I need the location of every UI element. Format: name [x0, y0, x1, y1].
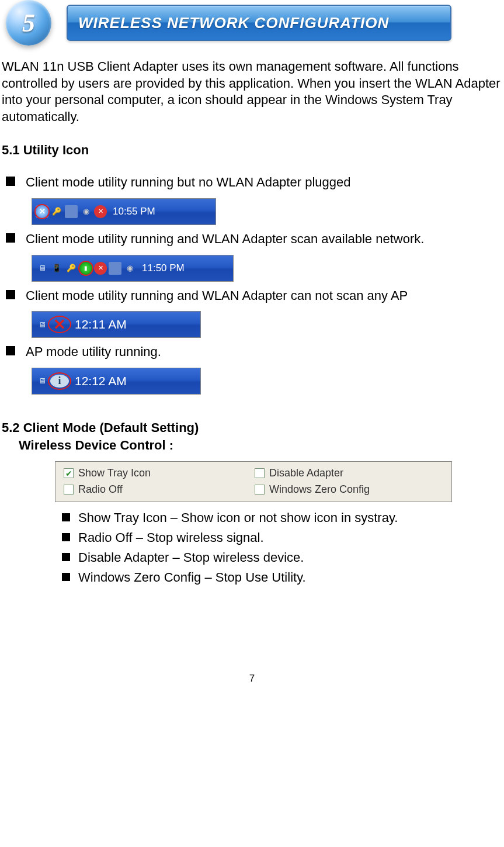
list-item: Client mode utility running and WLAN Ada…: [6, 288, 504, 305]
bullet-icon: [62, 513, 70, 521]
chapter-title-bar: WIRELESS NETWORK CONFIGURATION: [67, 5, 451, 41]
show-tray-icon-row: ✔ Show Tray Icon: [64, 465, 255, 482]
monitor-icon: 🖥: [36, 318, 48, 331]
control-descriptions: Show Tray Icon – Show icon or not show i…: [62, 510, 504, 585]
desc-text: Windows Zero Config – Stop Use Utility.: [78, 570, 306, 585]
bullet-icon: [62, 553, 70, 561]
device-icon: 📱: [50, 262, 63, 275]
systray-screenshot-4: 🖥 i 12:12 AM: [32, 368, 201, 395]
key-icon: 🔑: [50, 205, 63, 218]
item-text: AP mode utility running.: [26, 344, 161, 361]
systray-screenshot-2: 🖥 📱 🔑 ▮ ✕ ◉ 11:50 PM: [32, 255, 234, 282]
monitor-icon: 🖥: [36, 375, 48, 388]
utility-icon-list: Client mode utility running but no WLAN …: [6, 174, 504, 400]
network-icon: [109, 262, 121, 275]
chapter-badge: 5: [6, 0, 56, 46]
list-item: Windows Zero Config – Stop Use Utility.: [62, 570, 504, 585]
list-item: Radio Off – Stop wireless signal.: [62, 530, 504, 545]
radio-off-checkbox[interactable]: [64, 485, 74, 495]
bullet-icon: [6, 290, 15, 299]
item-text: Client mode utility running and WLAN Ada…: [26, 288, 408, 305]
item-text: Client mode utility running and WLAN Ada…: [26, 231, 424, 248]
list-item: Client mode utility running and WLAN Ada…: [6, 231, 504, 248]
systray-screenshot-1: ✕ 🔑 ◉ ✕ 10:55 PM: [32, 198, 216, 225]
list-item: AP mode utility running.: [6, 344, 504, 361]
wlan-icon-signal: ▮: [79, 262, 92, 275]
radio-off-label: Radio Off: [78, 483, 123, 496]
network-icon: [65, 205, 78, 218]
section-5-2-heading: 5.2 Client Mode (Default Setting): [2, 420, 502, 435]
disable-adapter-label: Disable Adapter: [269, 467, 343, 479]
bullet-icon: [62, 533, 70, 541]
desc-text: Disable Adapter – Stop wireless device.: [78, 550, 304, 565]
chapter-number: 5: [22, 8, 35, 38]
intro-paragraph: WLAN 11n USB Client Adapter uses its own…: [2, 58, 502, 125]
page-number: 7: [0, 673, 504, 684]
section-5-2-subheading: Wireless Device Control :: [19, 438, 502, 453]
windows-zero-config-label: Windows Zero Config: [269, 483, 370, 496]
chapter-title: WIRELESS NETWORK CONFIGURATION: [78, 14, 389, 32]
monitor-icon: 🖥: [36, 262, 48, 275]
bullet-icon: [62, 573, 70, 581]
systray-screenshot-3: 🖥 ✕ 12:11 AM: [32, 311, 201, 338]
desc-text: Show Tray Icon – Show icon or not show i…: [78, 510, 398, 526]
key-icon: 🔑: [65, 262, 78, 275]
tray-clock: 12:11 AM: [75, 317, 127, 331]
radio-off-row: Radio Off: [64, 482, 255, 498]
wlan-icon-ap-mode: i: [50, 375, 69, 388]
windows-zero-config-checkbox[interactable]: [255, 485, 265, 495]
volume-icon: ◉: [123, 262, 136, 275]
windows-zero-config-row: Windows Zero Config: [255, 482, 446, 498]
list-item: Disable Adapter – Stop wireless device.: [62, 550, 504, 565]
tray-clock: 12:12 AM: [75, 374, 127, 388]
tray-clock: 10:55 PM: [113, 206, 155, 217]
item-text: Client mode utility running but no WLAN …: [26, 174, 350, 191]
bullet-icon: [6, 233, 15, 243]
section-5-1-heading: 5.1 Utility Icon: [2, 143, 502, 158]
wlan-icon-disabled: ✕: [36, 205, 48, 218]
tray-clock: 11:50 PM: [142, 262, 185, 274]
list-item: Show Tray Icon – Show icon or not show i…: [62, 510, 504, 526]
chapter-header: 5 WIRELESS NETWORK CONFIGURATION: [6, 0, 504, 46]
wlan-icon-no-ap: ✕: [50, 318, 69, 331]
disable-adapter-row: Disable Adapter: [255, 465, 446, 482]
shield-icon: ✕: [94, 262, 107, 275]
desc-text: Radio Off – Stop wireless signal.: [78, 530, 264, 545]
bullet-icon: [6, 177, 15, 186]
bullet-icon: [6, 346, 15, 355]
volume-icon: ◉: [79, 205, 92, 218]
shield-icon: ✕: [94, 205, 107, 218]
wireless-control-panel: ✔ Show Tray Icon Radio Off Disable Adapt…: [55, 461, 452, 502]
list-item: Client mode utility running but no WLAN …: [6, 174, 504, 191]
show-tray-icon-checkbox[interactable]: ✔: [64, 468, 74, 478]
disable-adapter-checkbox[interactable]: [255, 468, 265, 478]
show-tray-icon-label: Show Tray Icon: [78, 467, 151, 479]
